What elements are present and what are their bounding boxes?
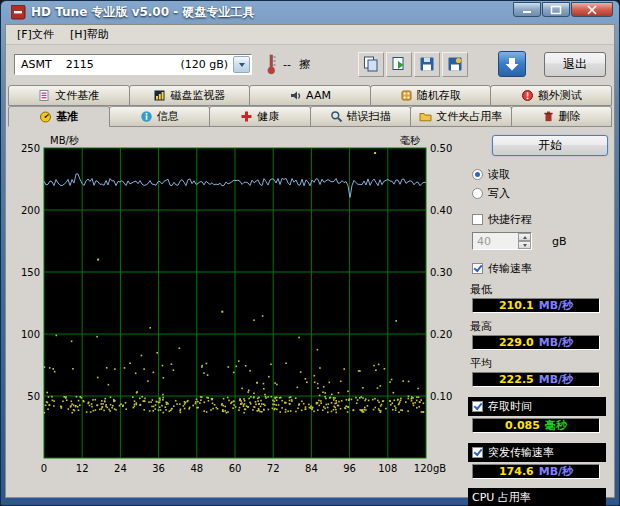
- short-stroke-checkbox[interactable]: 快捷行程: [472, 212, 608, 227]
- write-radio-label: 写入: [488, 186, 510, 201]
- tab-label: 文件基准: [55, 88, 99, 103]
- tab-erase[interactable]: 删除: [511, 106, 613, 127]
- svg-text:250: 250: [21, 143, 40, 154]
- tab-folder-usage[interactable]: 文件夹占用率: [410, 106, 512, 127]
- short-stroke-value: 40: [473, 233, 518, 249]
- checkbox-icon[interactable]: [472, 263, 483, 274]
- spinner-up-button[interactable]: [518, 233, 531, 241]
- copy-image-button[interactable]: [386, 52, 412, 77]
- tab-disk-monitor[interactable]: 磁盘监视器: [129, 85, 251, 106]
- save-image-button[interactable]: [442, 52, 468, 77]
- svg-text:48: 48: [190, 463, 203, 474]
- svg-text:0.40: 0.40: [430, 205, 452, 216]
- short-stroke-size-row: 40 gB: [472, 232, 608, 250]
- read-radio[interactable]: 读取: [472, 167, 608, 182]
- svg-text:72: 72: [267, 463, 280, 474]
- drive-name: ASMT 2115: [21, 58, 94, 71]
- benchmark-icon: [39, 110, 52, 123]
- svg-text:108: 108: [378, 463, 397, 474]
- tab-aam[interactable]: AAM: [249, 85, 371, 106]
- chart-plot: 501001502002500.100.200.300.400.50012243…: [14, 133, 460, 479]
- burst-rate-label: 突发传输速率: [488, 445, 554, 460]
- benchmark-chart: 501001502002500.100.200.300.400.50012243…: [14, 133, 460, 506]
- min-value-box: 210.1 MB/秒: [472, 298, 600, 313]
- spinner-down-button[interactable]: [518, 241, 531, 249]
- burst-rate-checkbox[interactable]: 突发传输速率: [468, 443, 606, 462]
- burst-rate-value: 174.6: [499, 465, 534, 478]
- tab-label: 随机存取: [417, 88, 461, 103]
- save-icon: [418, 55, 436, 73]
- temperature-unit: 擦: [299, 57, 310, 72]
- start-button[interactable]: 开始: [492, 135, 608, 156]
- avg-unit: MB/秒: [539, 372, 573, 387]
- close-button[interactable]: [571, 2, 613, 17]
- control-panel: 开始 读取 写入 快捷行程 40: [466, 133, 608, 506]
- benchmark-panel: 501001502002500.100.200.300.400.50012243…: [6, 127, 614, 506]
- svg-text:100: 100: [21, 329, 40, 340]
- write-radio[interactable]: 写入: [472, 186, 608, 201]
- tab-health[interactable]: 健康: [209, 106, 311, 127]
- short-stroke-input[interactable]: 40: [472, 232, 532, 250]
- checkbox-icon[interactable]: [472, 447, 483, 458]
- svg-text:24: 24: [114, 463, 127, 474]
- tab-label: 删除: [559, 109, 581, 124]
- access-time-value-box: 0.085 毫秒: [472, 418, 600, 433]
- tab-info[interactable]: 信息: [109, 106, 211, 127]
- exit-button[interactable]: 退出: [544, 52, 606, 77]
- access-time-value: 0.085: [505, 419, 540, 432]
- svg-text:36: 36: [152, 463, 165, 474]
- menu-bar: [F]文件 [H]帮助: [6, 25, 614, 45]
- read-radio-label: 读取: [488, 167, 510, 182]
- avg-value-box: 222.5 MB/秒: [472, 372, 600, 387]
- minimize-button[interactable]: [513, 2, 541, 17]
- svg-text:0.10: 0.10: [430, 391, 452, 402]
- tab-row-bottom: 基准 信息 健康 错误扫描 文件夹占用率 删除: [6, 106, 614, 127]
- error-scan-icon: [330, 110, 343, 123]
- radio-icon[interactable]: [472, 188, 483, 199]
- tab-row-top: 文件基准 磁盘监视器 AAM 随机存取 额外测试: [6, 85, 614, 106]
- copy-button[interactable]: [358, 52, 384, 77]
- save-image-icon: [446, 55, 464, 73]
- tab-label: 健康: [257, 109, 279, 124]
- tab-error-scan[interactable]: 错误扫描: [310, 106, 412, 127]
- screenshot-button[interactable]: [498, 51, 526, 77]
- folder-usage-icon: [419, 110, 432, 123]
- radio-icon[interactable]: [472, 169, 483, 180]
- close-icon: [585, 4, 599, 16]
- avg-value: 222.5: [499, 373, 534, 386]
- svg-text:96: 96: [343, 463, 356, 474]
- menu-help[interactable]: [H]帮助: [63, 25, 116, 44]
- burst-rate-value-box: 174.6 MB/秒: [472, 464, 600, 479]
- thermometer-icon: [266, 53, 277, 75]
- transfer-rate-checkbox[interactable]: 传输速率: [472, 261, 608, 276]
- tab-file-benchmark[interactable]: 文件基准: [8, 85, 130, 106]
- health-icon: [240, 110, 253, 123]
- access-time-label: 存取时间: [488, 399, 532, 414]
- svg-text:60: 60: [229, 463, 242, 474]
- max-value-box: 229.0 MB/秒: [472, 335, 600, 350]
- titlebar[interactable]: HD Tune 专业版 v5.00 - 硬盘专业工具: [5, 1, 615, 24]
- tab-label: 错误扫描: [347, 109, 391, 124]
- maximize-button[interactable]: [542, 2, 570, 17]
- checkbox-icon[interactable]: [472, 401, 483, 412]
- svg-text:150: 150: [21, 267, 40, 278]
- save-button[interactable]: [414, 52, 440, 77]
- app-window: HD Tune 专业版 v5.00 - 硬盘专业工具 [F]文件 [H]帮助 A…: [0, 0, 620, 506]
- tab-label: 磁盘监视器: [170, 88, 225, 103]
- min-value: 210.1: [499, 299, 534, 312]
- tab-extra-tests[interactable]: 额外测试: [490, 85, 612, 106]
- min-unit: MB/秒: [539, 298, 573, 313]
- tab-benchmark[interactable]: 基准: [8, 106, 110, 127]
- max-value: 229.0: [499, 336, 534, 349]
- menu-file[interactable]: [F]文件: [10, 25, 61, 44]
- burst-rate-unit: MB/秒: [539, 464, 573, 479]
- tab-label: AAM: [306, 89, 331, 102]
- tab-random-access[interactable]: 随机存取: [370, 85, 492, 106]
- drive-select[interactable]: ASMT 2115 (120 gB): [14, 54, 252, 75]
- checkbox-icon[interactable]: [472, 214, 483, 225]
- dropdown-arrow-icon[interactable]: [233, 56, 250, 73]
- temperature-value: --: [283, 58, 291, 71]
- max-unit: MB/秒: [539, 335, 573, 350]
- minimize-icon: [520, 4, 534, 16]
- access-time-checkbox[interactable]: 存取时间: [468, 397, 606, 416]
